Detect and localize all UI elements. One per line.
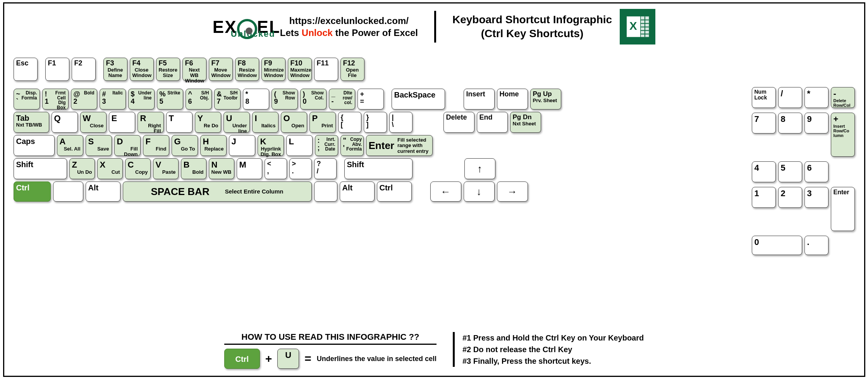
key-win: [53, 181, 83, 202]
key-bracket: }]: [364, 112, 387, 133]
key-tab: TabNxt TB/WB: [14, 112, 49, 133]
instruction-steps: #1 Press and Hold the Ctrl Key on Your K…: [453, 332, 644, 367]
howto-panel: HOW TO USE READ THIS INFOGRAPHIC ?? Ctrl…: [224, 332, 437, 369]
brand-logo: EXEL Unlocked: [213, 17, 275, 37]
key-a: ASel. All: [57, 135, 83, 156]
function-row: EscF1F2F3Define NameF4Close WindowF5Rest…: [14, 58, 855, 81]
space-row: CtrlAltSPACE BARSelect Entire ColumnAltC…: [14, 181, 855, 202]
key-f12: F12Open File: [340, 58, 364, 81]
bottom-row: ShiftZUn DoXCutCCopyVPasteBBoldNNew WBM<…: [14, 158, 855, 179]
key-6: ^6S/HObj.: [186, 89, 212, 110]
header: EXEL Unlocked https://excelunlocked.com/…: [4, 3, 864, 48]
key-f3: F3Define Name: [103, 58, 127, 81]
tagline: https://excelunlocked.com/ Lets Unlock t…: [280, 15, 418, 39]
key-v: VPaste: [153, 158, 179, 179]
key-menu: [314, 181, 337, 202]
numpad-enter: Enter: [831, 187, 855, 231]
numpad-5: 5: [778, 161, 802, 182]
key-1: !1FrmtCell Dlg Box: [42, 89, 69, 110]
key-punct: ?/: [314, 158, 337, 179]
numpad-2: *: [804, 87, 828, 108]
key-x: XCut: [97, 158, 123, 179]
key-f: FFind: [143, 135, 169, 156]
key-alt-left: Alt: [86, 181, 120, 202]
key-alt-right: Alt: [340, 181, 375, 202]
key-pgdn: Pg DnNxt Sheet: [510, 112, 541, 133]
number-row: ~`Disp.Formla!1FrmtCell Dlg Box@2Bold#3I…: [14, 89, 855, 110]
numpad-9: 9: [804, 113, 828, 134]
key-ctrl-right: Ctrl: [377, 181, 412, 202]
key-punct: :;Inrt.Curr. Date: [315, 135, 338, 156]
key-=: +=: [358, 89, 384, 110]
key-f11: F11: [314, 58, 338, 81]
key-b: BBold: [181, 158, 206, 179]
key-caps: Caps: [14, 135, 55, 156]
key-pgup: Pg UpPrv. Sheet: [530, 89, 561, 110]
key-s: SSave: [86, 135, 112, 156]
numpad-1: 1: [752, 187, 776, 208]
key-ctrl-left: Ctrl: [14, 181, 51, 202]
key-8: *8: [243, 89, 269, 110]
key-0: )0ShowCol.: [300, 89, 327, 110]
keyboard: EscF1F2F3Define NameF4Close WindowF5Rest…: [14, 58, 855, 204]
key-e: E: [109, 112, 135, 133]
key-p: PPrint: [309, 112, 336, 133]
key-f8: F8Resize Window: [235, 58, 259, 81]
numpad-4: 4: [752, 161, 776, 182]
howto-demo: Ctrl + U = Underlines the value in selec…: [224, 349, 437, 369]
key-j: J: [229, 135, 255, 156]
numpad-0: 0: [752, 236, 802, 255]
svg-text:X: X: [629, 19, 637, 32]
home-row: CapsASel. AllSSaveDFill DownFFindGGo ToH…: [14, 135, 855, 156]
key-enter: EnterFill selected range with current en…: [366, 135, 433, 156]
numpad-dot: .: [804, 236, 828, 255]
numpad-3: 3: [804, 187, 828, 208]
key-k: KHyprlink Dlg. Box: [258, 135, 284, 156]
numpad-6: 6: [804, 161, 828, 182]
key-5: %5Strike: [157, 89, 183, 110]
key-f6: F6Next WB Window: [182, 58, 206, 81]
footer: HOW TO USE READ THIS INFOGRAPHIC ?? Ctrl…: [4, 332, 864, 369]
key-c: CCopy: [125, 158, 151, 179]
key-y: YRe Do: [195, 112, 221, 133]
numpad-2: 2: [778, 187, 802, 208]
key-arrow-up: ↑: [464, 158, 495, 179]
key-g: GGo To: [172, 135, 198, 156]
divider: [434, 11, 436, 43]
key-w: WClose: [80, 112, 107, 133]
key-f5: F5Restore Size: [156, 58, 180, 81]
key-3: #3Italic: [100, 89, 126, 110]
key-l: L: [286, 135, 313, 156]
numpad-8: 8: [778, 113, 802, 134]
howto-title: HOW TO USE READ THIS INFOGRAPHIC ??: [224, 332, 437, 345]
key-punct: <,: [265, 158, 287, 179]
qwerty-row: TabNxt TB/WBQWCloseERRight FillTYRe DoUU…: [14, 112, 855, 133]
key-r: RRight Fill: [138, 112, 164, 133]
numpad-7: 7: [752, 113, 776, 134]
key-t: T: [166, 112, 193, 133]
key-f7: F7Move Window: [209, 58, 233, 81]
key-backspace: BackSpace: [392, 89, 445, 110]
key-4: $4Underline: [128, 89, 155, 110]
key-arrow-left: ←: [430, 181, 461, 202]
key-d: DFill Down: [114, 135, 141, 156]
key-f4: F4Close Window: [130, 58, 154, 81]
excel-icon: X: [620, 9, 655, 45]
key-u: UUnder line: [223, 112, 250, 133]
key-end: End: [477, 112, 508, 133]
key-f1: F1: [45, 58, 69, 81]
key-9: (9ShowRow: [272, 89, 298, 110]
key-esc: Esc: [14, 58, 38, 81]
numpad-plus: +Insert Row/Co lumn: [831, 113, 855, 157]
key-m: M: [237, 158, 262, 179]
key-punct: >.: [289, 158, 312, 179]
key-punct: "'CopyAbv. Formla: [340, 135, 364, 156]
key-z: ZUn Do: [69, 158, 95, 179]
key-2: @2Bold: [71, 89, 97, 110]
key-o: OOpen: [281, 112, 307, 133]
demo-description: Underlines the value in selected cell: [317, 355, 437, 363]
numpad: Num Lock/*-Delete Row/Col789+Insert Row/…: [752, 87, 855, 257]
key-bracket: {[: [338, 112, 361, 133]
numpad-0: Num Lock: [752, 87, 776, 108]
key-f2: F2: [72, 58, 96, 81]
